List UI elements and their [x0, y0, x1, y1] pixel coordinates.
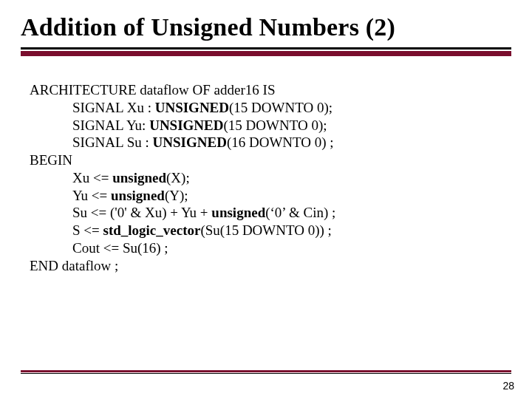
code-keyword: unsigned — [111, 188, 165, 203]
code-text: Xu <= — [72, 170, 112, 185]
code-text: S <= — [72, 222, 103, 238]
code-keyword: UNSIGNED — [149, 117, 223, 133]
code-keyword: std_logic_vector — [103, 222, 201, 238]
code-line: BEGIN — [30, 151, 502, 169]
code-text: Su <= ('0' & Xu) + Yu + — [72, 205, 211, 220]
code-text: (‘0’ & Cin) ; — [265, 205, 335, 220]
title-block: Addition of Unsigned Numbers (2) — [0, 0, 532, 41]
code-text: SIGNAL Su : — [72, 134, 153, 150]
code-keyword: UNSIGNED — [155, 100, 229, 115]
rule-black — [21, 47, 511, 50]
code-text: Yu <= — [72, 188, 111, 203]
code-text: (Su(15 DOWNTO 0)) ; — [200, 222, 332, 238]
body: ARCHITECTURE dataflow OF adder16 IS SIGN… — [0, 56, 532, 274]
code-text: END dataflow ; — [30, 258, 118, 273]
code-line: END dataflow ; — [30, 257, 502, 275]
slide: Addition of Unsigned Numbers (2) ARCHITE… — [0, 0, 532, 399]
code-text: (Y); — [165, 188, 188, 203]
code-text: (15 DOWNTO 0); — [229, 100, 332, 115]
code-line: Xu <= unsigned(X); — [30, 169, 502, 187]
code-line: SIGNAL Xu : UNSIGNED(15 DOWNTO 0); — [30, 99, 502, 117]
code-line: ARCHITECTURE dataflow OF adder16 IS — [30, 81, 502, 99]
code-text: SIGNAL Yu: — [72, 117, 149, 133]
code-text: (X); — [166, 170, 190, 185]
page-number: 28 — [502, 380, 514, 392]
code-keyword: UNSIGNED — [153, 134, 227, 150]
code-keyword: unsigned — [211, 205, 265, 220]
code-text: (15 DOWNTO 0); — [223, 117, 327, 133]
code-text: BEGIN — [30, 152, 72, 168]
page-title: Addition of Unsigned Numbers (2) — [21, 13, 511, 41]
code-text: (16 DOWNTO 0) ; — [227, 134, 334, 150]
code-text: ARCHITECTURE dataflow OF adder16 IS — [30, 82, 275, 98]
rule-maroon — [21, 51, 511, 56]
code-block: ARCHITECTURE dataflow OF adder16 IS SIGN… — [30, 81, 502, 274]
code-keyword: unsigned — [112, 170, 166, 185]
code-line: SIGNAL Yu: UNSIGNED(15 DOWNTO 0); — [30, 117, 502, 134]
code-line: Yu <= unsigned(Y); — [30, 187, 502, 205]
code-line: SIGNAL Su : UNSIGNED(16 DOWNTO 0) ; — [30, 134, 502, 151]
code-line: Cout <= Su(16) ; — [30, 239, 502, 257]
code-text: SIGNAL Xu : — [72, 100, 155, 115]
code-text: Cout <= Su(16) ; — [72, 240, 168, 256]
title-rule — [21, 47, 511, 56]
footer-rule — [21, 370, 511, 372]
code-line: Su <= ('0' & Xu) + Yu + unsigned(‘0’ & C… — [30, 204, 502, 222]
code-line: S <= std_logic_vector(Su(15 DOWNTO 0)) ; — [30, 222, 502, 239]
